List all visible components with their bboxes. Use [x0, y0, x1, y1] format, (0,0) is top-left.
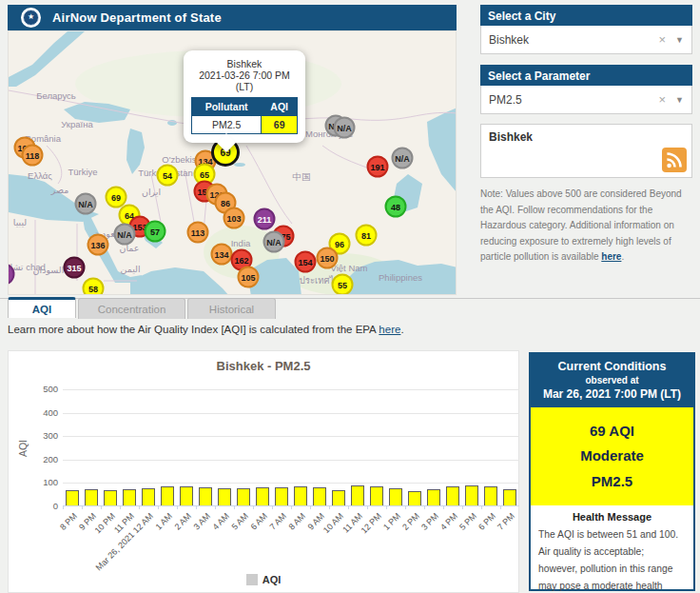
learn-more-body: Learn more about how the Air Quality Ind…: [8, 324, 379, 335]
aqi-marker[interactable]: 103: [224, 208, 245, 229]
observed-datetime: Mar 26, 2021 7:00 PM (LT): [535, 387, 690, 401]
chart-bar[interactable]: [351, 485, 364, 505]
state-department-seal-icon: ★: [21, 8, 41, 28]
aqi-marker[interactable]: N/A: [392, 148, 414, 169]
aqi-marker[interactable]: 81: [356, 225, 378, 247]
tab-historical[interactable]: Historical: [187, 298, 276, 319]
feed-city-label: Bishkek: [489, 130, 533, 144]
health-message-block: Health Message The AQI is between 51 and…: [531, 505, 693, 593]
chart-bar[interactable]: [389, 488, 402, 505]
current-conditions-title: Current Conditions: [535, 360, 690, 373]
chevron-down-icon[interactable]: ▼: [675, 95, 684, 105]
city-select[interactable]: Bishkek × ▼: [480, 26, 692, 54]
gridline: [63, 413, 519, 414]
map-popup: Bishkek 2021-03-26 7:00 PM (LT) Pollutan…: [184, 50, 305, 143]
chart-bar[interactable]: [275, 487, 288, 505]
map-country-label: Ελλάς: [28, 170, 52, 181]
chart-bar[interactable]: [218, 488, 231, 505]
tab-bar: AQIConcentrationHistorical: [8, 298, 278, 319]
aqi-summary: 69 AQI Moderate PM2.5: [531, 407, 693, 505]
learn-more-end: .: [400, 324, 403, 335]
chart-bar[interactable]: [142, 488, 155, 505]
map-country-label: 中国: [293, 171, 311, 184]
chevron-down-icon[interactable]: ▼: [675, 35, 684, 45]
chart-bar[interactable]: [370, 486, 383, 505]
popup-aqi-value: 69: [262, 116, 298, 134]
chart-bar[interactable]: [465, 485, 478, 505]
learn-more-here-link[interactable]: here: [379, 324, 400, 335]
chart-bar[interactable]: [427, 489, 440, 505]
aqi-marker[interactable]: 154: [295, 251, 317, 273]
aqi-marker[interactable]: 57: [145, 221, 166, 243]
note-text-body: Note: Values above 500 are considered Be…: [480, 188, 682, 262]
rss-icon[interactable]: [662, 148, 687, 172]
chart-bar[interactable]: [313, 487, 326, 505]
city-panel-title: Select a City: [480, 5, 692, 26]
popup-table: Pollutant AQI PM2.5 69: [191, 97, 298, 134]
chart-bar[interactable]: [104, 490, 117, 505]
chart-bar[interactable]: [503, 489, 516, 505]
y-axis-tick-label: 100: [26, 477, 58, 487]
chart-title: Bishkek - PM2.5: [9, 359, 518, 373]
map-country-label: Україна: [61, 119, 93, 129]
gridline: [63, 483, 519, 484]
current-conditions-header: Current Conditions observed at Mar 26, 2…: [531, 354, 693, 407]
note-here-link[interactable]: here: [601, 251, 621, 262]
map-country-label: Беларусь: [36, 90, 76, 101]
aqi-marker[interactable]: N/A: [114, 224, 136, 246]
popup-col-pollutant: Pollutant: [192, 98, 262, 116]
note-text: Note: Values above 500 are considered Be…: [480, 187, 695, 266]
parameter-panel-title: Select a Parameter: [480, 65, 692, 86]
aqi-marker[interactable]: 48: [385, 196, 407, 218]
clear-parameter-icon[interactable]: ×: [658, 92, 666, 107]
chart-bar[interactable]: [123, 489, 136, 505]
map-country-label: India: [231, 238, 251, 248]
chart-legend[interactable]: AQI: [9, 574, 518, 585]
aqi-marker[interactable]: 54: [157, 165, 179, 187]
aqi-marker[interactable]: 315: [64, 257, 86, 279]
chart-bar[interactable]: [484, 486, 497, 505]
aqi-marker[interactable]: 150: [317, 247, 339, 269]
chart-bar[interactable]: [332, 490, 345, 505]
aqi-marker[interactable]: 55: [332, 274, 354, 296]
chart-bar[interactable]: [408, 491, 421, 505]
aqi-marker[interactable]: 58: [83, 278, 105, 296]
legend-label: AQI: [262, 574, 282, 585]
chart-bar[interactable]: [66, 490, 79, 505]
parameter-select[interactable]: PM2.5 × ▼: [480, 86, 692, 114]
chart-bar[interactable]: [161, 486, 174, 505]
aqi-marker[interactable]: N/A: [263, 231, 285, 253]
chart-bar[interactable]: [180, 486, 193, 505]
aqi-marker[interactable]: N/A: [75, 193, 97, 215]
aqi-marker[interactable]: 136: [88, 234, 109, 256]
tab-concentration[interactable]: Concentration: [78, 298, 185, 319]
chart-bar[interactable]: [294, 486, 307, 505]
chart-bar[interactable]: [237, 488, 250, 505]
health-message-title: Health Message: [538, 511, 686, 523]
map-country-label: ایران: [142, 187, 161, 197]
aqi-marker[interactable]: 118: [22, 145, 44, 167]
map-country-label: ليبيا: [13, 217, 27, 227]
aqi-marker[interactable]: 105: [238, 267, 260, 288]
map-country-label: Türkiye: [68, 167, 97, 177]
note-text-end: .: [621, 251, 624, 262]
clear-city-icon[interactable]: ×: [658, 32, 666, 47]
aqi-marker[interactable]: 191: [367, 156, 389, 178]
chart-bar[interactable]: [199, 487, 212, 505]
aqi-pollutant: PM2.5: [531, 469, 693, 494]
chart-bar[interactable]: [446, 486, 459, 505]
x-axis-labels: 8 PM9 PM10 PM11 PMMar 26, 2021 12 AM1 AM…: [63, 507, 519, 574]
map-country-label: مصر: [51, 185, 69, 195]
chart-bar[interactable]: [85, 489, 98, 505]
chart-bar[interactable]: [256, 487, 269, 505]
popup-city: Bishkek: [189, 58, 300, 69]
feed-box: Bishkek: [480, 124, 692, 178]
aqi-marker[interactable]: N/A: [334, 117, 356, 139]
map[interactable]: БеларусьУкраїнаRomâniaΕλλάςTürkiyeO'zbek…: [8, 30, 457, 295]
aqi-marker[interactable]: 113: [187, 222, 209, 244]
aqi-marker[interactable]: 211: [254, 208, 276, 230]
tab-aqi[interactable]: AQI: [8, 297, 76, 318]
y-axis-tick-label: 0: [26, 501, 58, 511]
aqi-marker[interactable]: 134: [211, 244, 233, 266]
map-country-label: السودان: [33, 265, 65, 275]
